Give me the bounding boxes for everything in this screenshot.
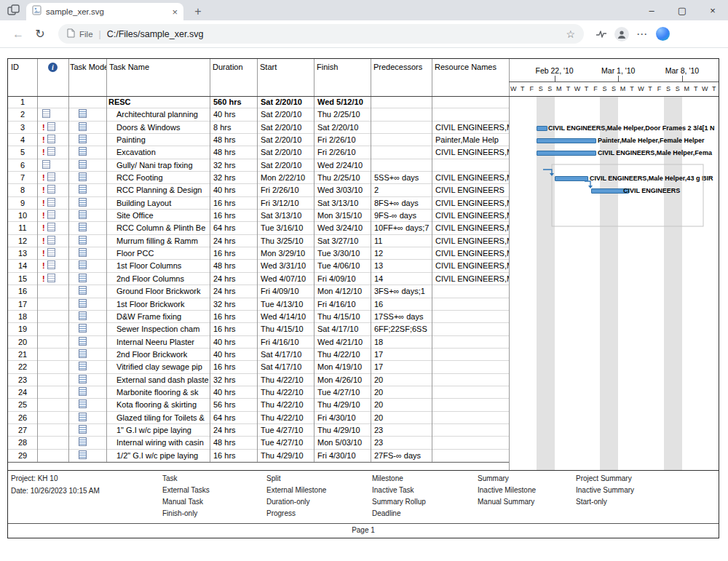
task-finish: Tue 3/30/10: [314, 247, 371, 259]
legend-item: Duration-only: [266, 498, 309, 506]
task-name: Excavation: [106, 146, 210, 158]
browser-essentials-icon[interactable]: [591, 29, 612, 39]
week-label: Mar 1, '10: [596, 66, 640, 75]
task-finish: Thu 2/25/10: [314, 172, 371, 183]
task-finish: Thu 2/25/10: [314, 108, 371, 120]
task-mode-cell: [68, 437, 106, 448]
note-icon: [47, 198, 55, 207]
task-finish: Fri 4/30/10: [314, 450, 371, 461]
legend-item: Manual Summary: [478, 498, 534, 506]
task-indicators: !: [37, 122, 68, 133]
column-rule: [37, 59, 38, 462]
task-indicators: [37, 349, 68, 360]
task-predecessors: 6FF;22SF;6SS: [371, 323, 432, 335]
table-row[interactable]: 16Ground Floor Brickwork24 hrsFri 4/09/1…: [8, 285, 509, 298]
task-mode-cell: [68, 210, 106, 221]
task-id: 7: [8, 172, 37, 183]
task-resources: [432, 437, 509, 448]
table-row[interactable]: 12!Murrum filling & Ramm24 hrsThu 3/25/1…: [8, 235, 509, 247]
table-row[interactable]: 3!Doors & Windows8 hrsSat 2/20/10Sat 2/2…: [8, 122, 509, 134]
back-icon[interactable]: ←: [7, 28, 29, 41]
task-name: Site Office: [106, 210, 210, 221]
browser-tab[interactable]: sample_xer.svg ×: [26, 3, 183, 20]
tab-close-icon[interactable]: ×: [172, 7, 178, 17]
table-row[interactable]: 212nd Floor Brickwork40 hrsSat 4/17/10Th…: [8, 349, 509, 361]
task-id: 29: [8, 450, 37, 461]
address-bar[interactable]: File | C:/Files/sample_xer.svg ☆: [58, 24, 584, 44]
address-url[interactable]: C:/Files/sample_xer.svg: [107, 29, 561, 39]
bar-resource-label: CIVIL ENGINEERS,Male Helper,43 g BIR: [590, 175, 713, 182]
task-indicators: [37, 96, 68, 108]
task-name: Internal Neeru Plaster: [106, 336, 210, 348]
table-row[interactable]: 10!Site Office16 hrsSat 3/13/10Mon 3/15/…: [8, 210, 509, 222]
week-tick: [555, 76, 555, 81]
table-row[interactable]: 291/2" G.I w/c pipe laying16 hrsThu 4/29…: [8, 450, 509, 462]
table-row[interactable]: 14!1st Floor Columns48 hrsWed 3/31/10Tue…: [8, 260, 509, 272]
col-header-predecessors: Predecessors: [371, 59, 432, 71]
bar-resource-label: Painter,Male Helper,Female Helper: [598, 137, 705, 144]
table-row[interactable]: 26Glazed tiling for Toilets &64 hrsThu 4…: [8, 412, 509, 424]
table-row[interactable]: 23External sand dash plaste32 hrsThu 4/2…: [8, 374, 509, 386]
task-start: Thu 4/15/10: [257, 323, 314, 335]
task-id: 22: [8, 361, 37, 373]
maximize-button[interactable]: ▢: [667, 0, 697, 20]
table-row[interactable]: 1RESC560 hrsSat 2/20/10Wed 5/12/10: [8, 96, 509, 108]
project-label: Project: KH 10: [11, 474, 58, 482]
task-mode-icon: [79, 413, 87, 421]
table-row[interactable]: 19Sewer Inspection cham16 hrsThu 4/15/10…: [8, 323, 509, 335]
new-tab-button[interactable]: +: [189, 3, 207, 20]
task-mode-icon: [79, 198, 87, 207]
table-row[interactable]: 9!Building Layout16 hrsFri 3/12/10Sat 3/…: [8, 197, 509, 210]
task-resources: CIVIL ENGINEERS,M: [432, 235, 509, 247]
table-row[interactable]: 8!RCC Planning & Design40 hrsFri 2/26/10…: [8, 184, 509, 196]
task-predecessors: 10FF+∞ days;7: [371, 222, 432, 234]
settings-menu-icon[interactable]: ⋯: [632, 28, 652, 41]
table-row[interactable]: 25Kota flooring & skirting56 hrsThu 4/22…: [8, 399, 509, 411]
task-id: 27: [8, 424, 37, 436]
col-header-resources: Resource Names: [432, 59, 509, 71]
day-letter: W: [509, 82, 518, 96]
table-row[interactable]: 7!RCC Footing32 hrsMon 2/22/10Thu 2/25/1…: [8, 172, 509, 184]
favorite-star-icon[interactable]: ☆: [566, 28, 575, 40]
note-icon: [47, 185, 55, 194]
task-duration: 16 hrs: [210, 210, 257, 221]
table-row[interactable]: 24Marbonite flooring & sk40 hrsThu 4/22/…: [8, 386, 509, 399]
table-row[interactable]: 22Vitrified clay sewage pip16 hrsSat 4/1…: [8, 361, 509, 373]
profile-avatar[interactable]: [612, 27, 632, 41]
table-row[interactable]: 171st Floor Brickwork32 hrsTue 4/13/10Fr…: [8, 298, 509, 311]
task-indicators: !: [37, 184, 68, 196]
table-row[interactable]: 13!Floor PCC16 hrsMon 3/29/10Tue 3/30/10…: [8, 247, 509, 260]
task-finish: Thu 4/29/10: [314, 424, 371, 436]
note-icon: [47, 248, 55, 257]
table-row[interactable]: 15!2nd Floor Columns24 hrsWed 4/07/10Fri…: [8, 273, 509, 285]
day-letter: F: [591, 82, 601, 96]
tab-actions-icon[interactable]: [7, 4, 20, 16]
table-row[interactable]: 20Internal Neeru Plaster40 hrsFri 4/16/1…: [8, 336, 509, 349]
task-finish: Sat 3/27/10: [314, 235, 371, 247]
table-row[interactable]: 271" G.I w/c pipe laying24 hrsTue 4/27/1…: [8, 424, 509, 437]
table-row[interactable]: 11!RCC Column & Plinth Be64 hrsTue 3/16/…: [8, 222, 509, 234]
table-row[interactable]: 2Architechtural planning40 hrsSat 2/20/1…: [8, 108, 509, 121]
task-resources: [432, 412, 509, 423]
close-button[interactable]: ×: [697, 0, 728, 20]
minimize-button[interactable]: –: [636, 0, 667, 20]
task-id: 14: [8, 260, 37, 271]
task-indicators: [37, 361, 68, 373]
table-row[interactable]: 6Gully/ Nani trap fixing32 hrsSat 2/20/1…: [8, 159, 509, 172]
copilot-icon[interactable]: [652, 27, 673, 41]
col-header-id: ID: [8, 59, 37, 71]
table-row[interactable]: 18D&W Frame fixing16 hrsWed 4/14/10Thu 4…: [8, 311, 509, 323]
table-row[interactable]: 4!Painting48 hrsSat 2/20/10Fri 2/26/10Pa…: [8, 134, 509, 146]
task-indicators: !: [37, 197, 68, 209]
task-predecessors: 20: [371, 386, 432, 398]
task-finish: Mon 5/03/10: [314, 437, 371, 448]
task-start: Fri 4/09/10: [257, 285, 314, 297]
task-predecessors: 17: [371, 349, 432, 360]
task-resources: [432, 349, 509, 360]
table-row[interactable]: 28Internal wiring with casin48 hrsTue 4/…: [8, 437, 509, 449]
task-finish: Tue 4/06/10: [314, 260, 371, 271]
refresh-icon[interactable]: ↻: [29, 27, 51, 41]
table-row[interactable]: 5!Excavation48 hrsSat 2/20/10Fri 2/26/10…: [8, 146, 509, 159]
task-mode-cell: [68, 323, 106, 335]
day-letter: T: [582, 82, 591, 96]
